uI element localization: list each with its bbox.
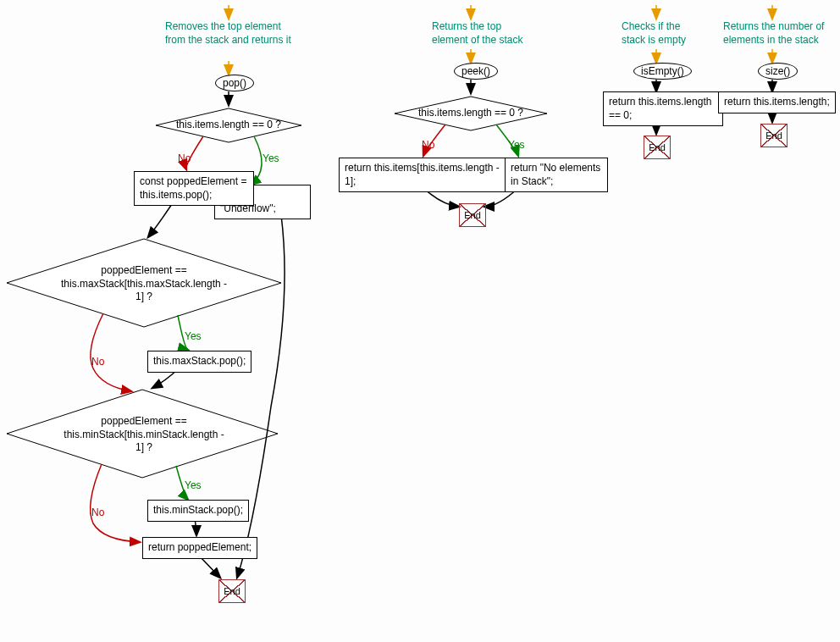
size-return: return this.items.length; <box>718 91 836 113</box>
peek-decision: this.items.length == 0 ? <box>412 107 530 120</box>
isempty-terminal: isEmpty() <box>633 63 692 80</box>
peek-no: No <box>422 139 434 151</box>
isempty-comment: Checks if the stack is empty <box>622 20 701 47</box>
size-terminal: size() <box>758 63 798 80</box>
peek-yes: Yes <box>508 139 525 151</box>
pop-yes3: Yes <box>185 479 202 491</box>
isempty-return: return this.items.length == 0; <box>603 91 723 126</box>
pop-minpop: this.minStack.pop(); <box>147 500 249 522</box>
pop-comment: Removes the top element from the stack a… <box>165 20 301 47</box>
pop-return: return poppedElement; <box>142 537 257 559</box>
pop-decision1: this.items.length == 0 ? <box>169 119 288 132</box>
peek-end: End <box>459 203 486 227</box>
pop-decision3: poppedElement == this.minStack[this.minS… <box>59 415 229 455</box>
pop-popped: const poppedElement = this.items.pop(); <box>134 171 254 206</box>
pop-yes2: Yes <box>185 330 202 342</box>
pop-yes1: Yes <box>262 152 279 164</box>
peek-terminal: peek() <box>454 63 498 80</box>
isempty-end: End <box>644 136 671 159</box>
pop-no3: No <box>91 506 104 518</box>
pop-end: End <box>218 579 246 603</box>
pop-terminal: pop() <box>215 75 254 91</box>
peek-top: return this.items[this.items.length - 1]… <box>339 158 507 192</box>
size-comment: Returns the number of elements in the st… <box>723 20 830 47</box>
peek-comment: Returns the top element of the stack <box>432 20 533 47</box>
svg-line-6 <box>199 556 220 578</box>
size-end: End <box>760 124 788 147</box>
pop-no1: No <box>178 152 191 164</box>
pop-no2: No <box>91 356 104 368</box>
pop-decision2: poppedElement == this.maxStack[this.maxS… <box>59 264 229 304</box>
peek-noelem: return "No elements in Stack"; <box>505 158 608 192</box>
pop-maxpop: this.maxStack.pop(); <box>147 351 251 373</box>
